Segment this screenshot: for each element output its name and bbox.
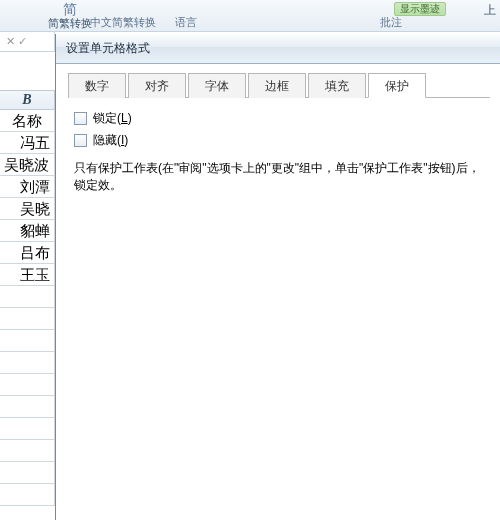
format-cells-dialog: 设置单元格格式 数字 对齐 字体 边框 填充 保护 锁定(L) 隐藏(I) <box>55 34 500 520</box>
empty-cell[interactable] <box>0 374 55 396</box>
dialog-titlebar[interactable]: 设置单元格格式 <box>56 34 500 64</box>
empty-cell[interactable] <box>0 418 55 440</box>
dialog-title: 设置单元格格式 <box>66 40 150 57</box>
empty-cell[interactable] <box>0 308 55 330</box>
checkbox-hide-label: 隐藏(I) <box>93 132 128 149</box>
cell[interactable]: 刘潭 <box>0 176 55 198</box>
ribbon-item-convert[interactable]: 简 简繁转换 <box>48 2 92 31</box>
ribbon-fragment: 简 简繁转换 中文简繁转换 语言 批注 显示墨迹 上 <box>0 0 500 32</box>
tab-number[interactable]: 数字 <box>68 73 126 98</box>
column-header-b[interactable]: B <box>0 90 55 110</box>
tab-align[interactable]: 对齐 <box>128 73 186 98</box>
cell[interactable]: 貂蝉 <box>0 220 55 242</box>
show-ink-button[interactable]: 显示墨迹 <box>394 2 446 16</box>
ribbon-right-stub: 上 <box>484 2 496 19</box>
tab-panel-protect: 锁定(L) 隐藏(I) 只有保护工作表(在"审阅"选项卡上的"更改"组中，单击"… <box>60 98 498 204</box>
checkbox-row-hide[interactable]: 隐藏(I) <box>74 130 484 150</box>
tab-protect[interactable]: 保护 <box>368 73 426 98</box>
sheet-visible-strip: B 名称 冯五 吴晓波 刘潭 吴晓 貂蝉 吕布 王玉 <box>0 90 55 520</box>
ribbon-group-label: 中文简繁转换 <box>90 15 156 30</box>
cell[interactable]: 王玉 <box>0 264 55 286</box>
cell[interactable]: 吴晓 <box>0 198 55 220</box>
checkbox-lock-label: 锁定(L) <box>93 110 132 127</box>
empty-cell[interactable] <box>0 286 55 308</box>
empty-cell[interactable] <box>0 484 55 506</box>
empty-cell[interactable] <box>0 440 55 462</box>
cell[interactable]: 冯五 <box>0 132 55 154</box>
cell[interactable]: 吕布 <box>0 242 55 264</box>
protect-description: 只有保护工作表(在"审阅"选项卡上的"更改"组中，单击"保护工作表"按钮)后，锁… <box>74 160 484 194</box>
checkbox-row-lock[interactable]: 锁定(L) <box>74 108 484 128</box>
empty-cell[interactable] <box>0 396 55 418</box>
convert-icon: 简 <box>63 2 77 16</box>
formula-bar-fragment: ✕ ✓ <box>0 32 55 52</box>
dialog-tabstrip: 数字 对齐 字体 边框 填充 保护 <box>68 72 490 98</box>
cell[interactable]: 名称 <box>0 110 55 132</box>
ribbon-group-label: 批注 <box>380 15 402 30</box>
empty-cell[interactable] <box>0 462 55 484</box>
ribbon-label: 简繁转换 <box>48 16 92 31</box>
tab-fill[interactable]: 填充 <box>308 73 366 98</box>
checkbox-lock[interactable] <box>74 112 87 125</box>
checkbox-hide[interactable] <box>74 134 87 147</box>
tab-font[interactable]: 字体 <box>188 73 246 98</box>
empty-cell[interactable] <box>0 352 55 374</box>
ribbon-group-label: 语言 <box>175 15 197 30</box>
formula-bar-controls: ✕ ✓ <box>6 35 27 48</box>
cell[interactable]: 吴晓波 <box>0 154 55 176</box>
empty-cell[interactable] <box>0 330 55 352</box>
tab-border[interactable]: 边框 <box>248 73 306 98</box>
